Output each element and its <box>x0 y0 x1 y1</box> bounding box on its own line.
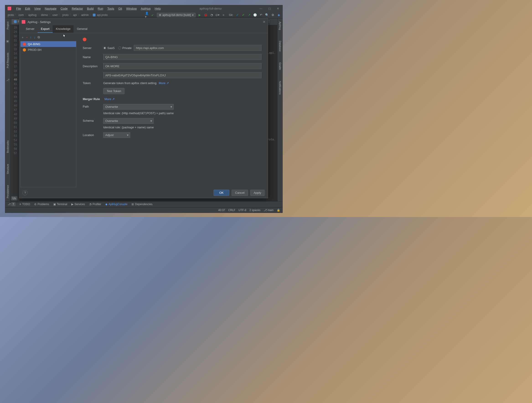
minimize-icon[interactable]: — <box>259 7 263 10</box>
add-icon[interactable]: + <box>22 36 24 39</box>
crumb[interactable]: demo <box>40 13 49 17</box>
chevron-down-icon: ▾ <box>192 13 194 17</box>
radio-private[interactable]: Private <box>118 46 132 50</box>
crumb[interactable]: apihug <box>28 13 37 17</box>
tool-apihugconsole[interactable]: ◆ ApiHugConsole <box>105 203 127 206</box>
tab-general[interactable]: General <box>74 25 90 33</box>
tool-apihug[interactable]: ApiHug <box>279 21 281 31</box>
run-icon[interactable]: ▶ <box>198 13 202 17</box>
tool-persistence[interactable]: Persistence <box>6 184 9 199</box>
git-update-icon[interactable]: ✓ <box>235 13 239 17</box>
name-input[interactable] <box>103 54 261 60</box>
tool-database[interactable]: Database <box>279 40 281 52</box>
more-link[interactable]: More ↗ <box>159 81 169 85</box>
menu-help[interactable]: Help <box>153 6 163 11</box>
git-commit-icon[interactable]: ✔ <box>241 13 245 17</box>
stop-icon[interactable]: ■ <box>222 13 225 17</box>
crumb[interactable]: proto <box>7 13 15 17</box>
close-icon[interactable]: ✕ <box>276 7 280 10</box>
tab-export[interactable]: Export <box>38 25 53 33</box>
tool-dependencies[interactable]: ⊞ Dependencies <box>132 203 152 206</box>
env-item-prod[interactable]: PROD-SH <box>20 47 76 53</box>
menu-file[interactable]: File <box>14 6 23 11</box>
more-link[interactable]: More ↗ <box>104 97 115 101</box>
help-button[interactable]: ? <box>23 190 28 195</box>
tool-services[interactable]: ▶ Services <box>71 203 85 206</box>
maximize-icon[interactable]: ◻ <box>267 7 272 10</box>
menu-build[interactable]: Build <box>85 6 95 11</box>
tab-knowledge[interactable]: Knowledge <box>53 25 74 33</box>
tool-notifications[interactable]: Notifications <box>279 80 281 95</box>
crumb-file[interactable]: api.proto <box>96 13 108 17</box>
profile-icon[interactable]: ⊙▾ <box>216 13 219 17</box>
caret-position[interactable]: 40:37 <box>218 208 225 212</box>
tool-bookmarks[interactable]: Bookmarks <box>6 139 9 154</box>
line-separator[interactable]: CRLF <box>228 208 235 212</box>
menu-navigate[interactable]: Navigate <box>43 6 58 11</box>
git-push-icon[interactable]: ↗ <box>247 13 251 17</box>
bottom-tab[interactable]: Us <box>11 196 17 200</box>
crumb[interactable]: user <box>52 13 58 17</box>
bottom-tab[interactable]: T <box>11 202 15 206</box>
crumb[interactable]: api <box>72 13 77 17</box>
copy-icon[interactable]: ⧉ <box>38 35 40 39</box>
env-item-qa[interactable]: QA-BING <box>20 41 76 47</box>
tab-server[interactable]: Server <box>23 25 38 33</box>
description-input[interactable] <box>103 63 261 69</box>
coverage-icon[interactable]: ◔ <box>210 13 213 17</box>
folder-icon[interactable]: ▣ <box>6 39 9 43</box>
debug-icon[interactable]: 🐞 <box>204 13 207 17</box>
menu-run[interactable]: Run <box>96 6 105 11</box>
tool-todo[interactable]: ≡ TODO <box>19 203 30 206</box>
token-input[interactable] <box>103 72 261 78</box>
ok-button[interactable]: OK <box>214 190 229 196</box>
pr-icon[interactable]: ⎇ <box>6 78 9 81</box>
user-icon[interactable]: 👤▾ <box>145 13 149 17</box>
tool-terminal[interactable]: ▣ Terminal <box>53 203 67 206</box>
plugin-icon[interactable]: ◆ <box>277 13 281 17</box>
server-url-input[interactable] <box>134 45 261 51</box>
move-down-icon[interactable]: ↓ <box>34 36 35 39</box>
left-tool-strip: Project ▣ Pull Requests ⎇ Bookmarks Stru… <box>5 19 10 201</box>
gear-icon[interactable]: ⚙ <box>271 13 275 17</box>
git-branch[interactable]: ⎇ main <box>264 208 273 212</box>
location-dropdown[interactable]: Adjust <box>103 132 130 138</box>
run-config-selector[interactable]: ⬢ apihug-full-demo [build] ▾ <box>157 13 196 17</box>
apply-button[interactable]: Apply <box>250 190 265 196</box>
revert-icon[interactable]: ↶ <box>259 13 263 17</box>
crumb[interactable]: proto <box>62 13 69 17</box>
schema-dropdown[interactable]: Overwrite <box>103 118 154 124</box>
path-dropdown[interactable]: Overwrite <box>103 104 174 110</box>
history-icon[interactable]: 🕓 <box>253 13 257 17</box>
indent[interactable]: 2 spaces <box>250 208 260 212</box>
menu-window[interactable]: Window <box>124 6 139 11</box>
server-type-radio: SaaS Private <box>103 46 132 50</box>
tool-pullrequests[interactable]: Pull Requests <box>6 52 9 69</box>
dialog-close-icon[interactable]: ✕ <box>263 20 266 24</box>
tool-profiler[interactable]: ◔ Profiler <box>89 203 101 206</box>
tool-problems[interactable]: ⊘ Problems <box>34 203 49 206</box>
radio-saas[interactable]: SaaS <box>103 46 115 50</box>
move-up-icon[interactable]: ↑ <box>30 36 32 39</box>
test-token-button[interactable]: Test Token <box>103 88 124 94</box>
menu-git[interactable]: Git <box>116 6 124 11</box>
radio-icon <box>118 46 121 50</box>
tool-project[interactable]: Project <box>6 21 9 30</box>
encoding[interactable]: UTF-8 <box>239 208 246 212</box>
cancel-button[interactable]: Cancel <box>232 190 248 196</box>
tool-gradle[interactable]: Gradle <box>279 62 281 71</box>
crumb[interactable]: com <box>18 13 24 17</box>
remove-icon[interactable]: − <box>26 36 28 39</box>
search-icon[interactable]: 🔍 <box>265 13 269 17</box>
menu-view[interactable]: View <box>32 6 42 11</box>
tool-structure[interactable]: Structure <box>6 163 9 175</box>
menu-edit[interactable]: Edit <box>23 6 32 11</box>
menu-apihug[interactable]: ApiHug <box>139 6 152 11</box>
menu-code[interactable]: Code <box>59 6 70 11</box>
menu-refactor[interactable]: Refactor <box>70 6 85 11</box>
menu-tools[interactable]: Tools <box>106 6 116 11</box>
lock-icon[interactable]: 🔒 <box>277 208 280 212</box>
breadcrumb[interactable]: proto〉 com〉 apihug〉 demo〉 user〉 proto〉 a… <box>7 13 108 17</box>
crumb[interactable]: admin <box>81 13 89 17</box>
back-arrow-icon[interactable]: ↙ <box>151 13 155 17</box>
